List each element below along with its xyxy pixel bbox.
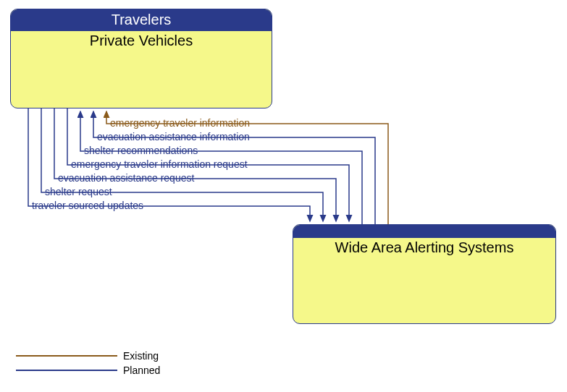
legend-label: Existing	[123, 350, 159, 362]
node-title: Wide Area Alerting Systems	[293, 238, 555, 257]
node-wide-area-alerting-systems[interactable]: Wide Area Alerting Systems	[293, 224, 556, 324]
flow-label: traveler sourced updates	[32, 200, 143, 211]
node-header	[293, 225, 555, 238]
flow-label: shelter recommendations	[84, 145, 198, 156]
flow-label: shelter request	[45, 186, 112, 197]
flow-label: emergency traveler information request	[71, 158, 248, 170]
legend-label: Planned	[123, 365, 160, 376]
node-header: Travelers	[11, 9, 272, 31]
legend: Existing Planned	[16, 349, 160, 378]
legend-swatch-planned	[16, 370, 117, 371]
flow-label: evacuation assistance request	[58, 172, 194, 184]
flow-label: evacuation assistance information	[97, 131, 250, 142]
legend-row-planned: Planned	[16, 363, 160, 378]
node-title: Private Vehicles	[11, 31, 272, 51]
legend-row-existing: Existing	[16, 349, 160, 363]
flow-label: emergency traveler information	[110, 117, 250, 129]
legend-swatch-existing	[16, 355, 117, 357]
node-travelers-private-vehicles[interactable]: Travelers Private Vehicles	[10, 9, 272, 108]
